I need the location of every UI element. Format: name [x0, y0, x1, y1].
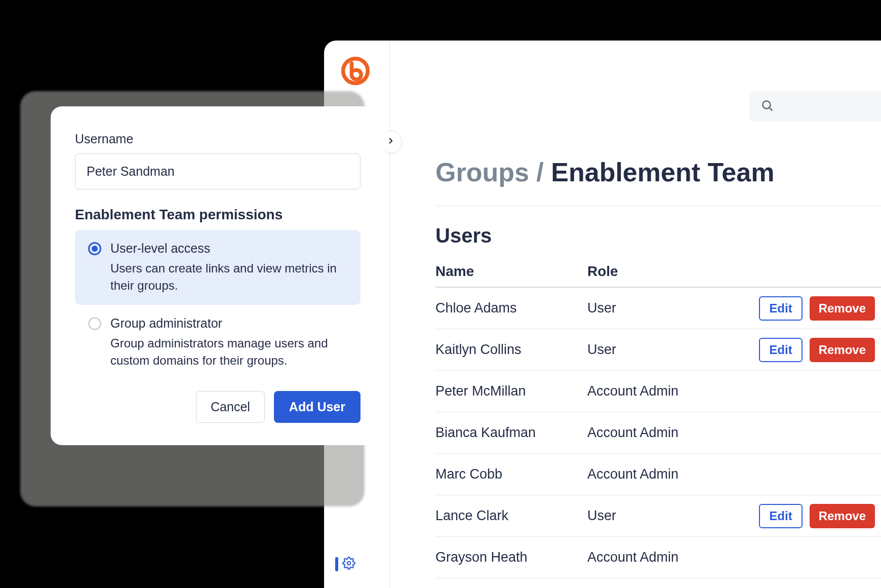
option-description: Group administrators manage users and cu…: [110, 335, 347, 369]
col-header-name: Name: [435, 263, 587, 280]
cell-name: Bianca Kaufman: [435, 425, 587, 441]
option-description: Users can create links and view metrics …: [110, 260, 347, 294]
cell-role: Account Admin: [587, 383, 739, 399]
table-row: Marc CobbAccount Admin: [435, 454, 881, 495]
table-header: Name Role: [435, 263, 881, 288]
option-title: User-level access: [110, 241, 347, 256]
svg-line-3: [770, 108, 772, 110]
edit-button[interactable]: Edit: [759, 296, 802, 321]
chevron-right-icon: [386, 136, 395, 147]
add-user-button[interactable]: Add User: [274, 391, 361, 423]
settings-nav-item[interactable]: [335, 557, 355, 572]
permission-option[interactable]: Group administratorGroup administrators …: [75, 305, 361, 380]
users-table: Name Role Chloe AdamsUserEditRemoveKaitl…: [435, 263, 881, 578]
svg-point-1: [347, 562, 351, 565]
table-row: Peter McMillanAccount Admin: [435, 371, 881, 412]
username-label: Username: [75, 132, 361, 146]
section-title: Users: [435, 224, 881, 247]
cell-role: Account Admin: [587, 425, 739, 441]
cell-role: User: [587, 300, 739, 316]
cell-role: User: [587, 508, 739, 524]
edit-button[interactable]: Edit: [759, 504, 802, 528]
cell-role: User: [587, 342, 739, 358]
table-row: Lance ClarkUserEditRemove: [435, 495, 881, 537]
cell-name: Peter McMillan: [435, 383, 587, 399]
breadcrumb-separator: /: [536, 158, 543, 187]
col-header-actions: [739, 263, 881, 280]
main-content: Groups / Enablement Team Users Name Role…: [435, 157, 881, 588]
table-row: Chloe AdamsUserEditRemove: [435, 288, 881, 329]
search-bar[interactable]: [749, 91, 881, 122]
remove-button[interactable]: Remove: [810, 338, 875, 362]
cell-name: Marc Cobb: [435, 466, 587, 482]
cell-role: Account Admin: [587, 466, 739, 482]
cell-actions: EditRemove: [739, 504, 881, 528]
active-indicator: [335, 557, 338, 571]
table-row: Kaitlyn CollinsUserEditRemove: [435, 329, 881, 371]
breadcrumb: Groups / Enablement Team: [435, 157, 881, 206]
username-input[interactable]: [75, 153, 361, 189]
radio-icon[interactable]: [88, 242, 101, 255]
brand-logo: [340, 56, 371, 86]
radio-icon[interactable]: [88, 317, 101, 330]
option-body: Group administratorGroup administrators …: [110, 316, 347, 369]
breadcrumb-current: Enablement Team: [551, 158, 774, 187]
app-window: Groups / Enablement Team Users Name Role…: [324, 41, 881, 588]
add-user-modal: Username Enablement Team permissions Use…: [51, 106, 385, 445]
cell-name: Chloe Adams: [435, 300, 587, 316]
cell-name: Kaitlyn Collins: [435, 342, 587, 358]
cell-name: Grayson Heath: [435, 550, 587, 565]
table-row: Bianca KaufmanAccount Admin: [435, 412, 881, 454]
cell-name: Lance Clark: [435, 508, 587, 524]
cancel-button[interactable]: Cancel: [196, 391, 265, 423]
cell-role: Account Admin: [587, 550, 739, 565]
permission-option[interactable]: User-level accessUsers can create links …: [75, 230, 361, 305]
col-header-role: Role: [587, 263, 739, 280]
option-title: Group administrator: [110, 316, 347, 331]
breadcrumb-root[interactable]: Groups: [435, 158, 529, 187]
search-icon: [760, 99, 774, 114]
permissions-heading: Enablement Team permissions: [75, 207, 361, 223]
table-row: Grayson HeathAccount Admin: [435, 537, 881, 578]
gear-icon: [342, 557, 355, 572]
edit-button[interactable]: Edit: [759, 338, 802, 362]
cell-actions: EditRemove: [739, 296, 881, 321]
modal-actions: Cancel Add User: [75, 391, 361, 423]
option-body: User-level accessUsers can create links …: [110, 241, 347, 294]
remove-button[interactable]: Remove: [810, 296, 875, 321]
remove-button[interactable]: Remove: [810, 504, 875, 528]
cell-actions: EditRemove: [739, 338, 881, 362]
